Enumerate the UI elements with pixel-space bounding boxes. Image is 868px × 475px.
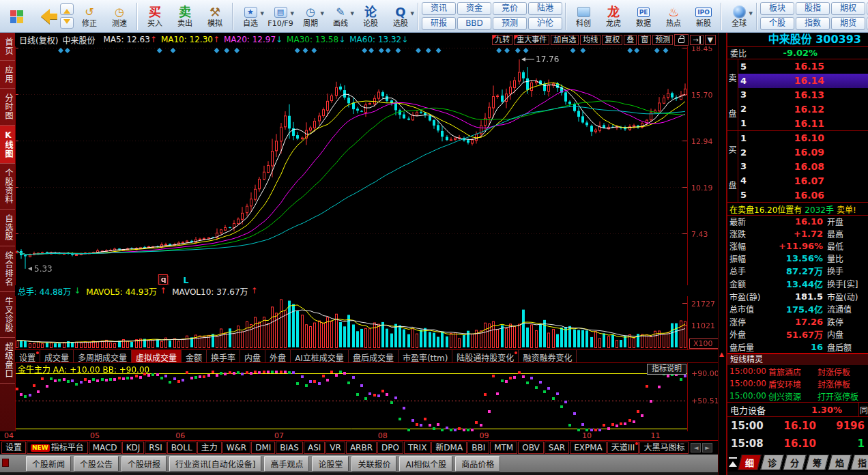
correct-button[interactable]: ↺修正 (75, 1, 104, 31)
vol-tab-内盘[interactable]: 内盘 (240, 350, 265, 362)
chart-tool-叠[interactable]: 叠 (624, 35, 637, 45)
ipo-button[interactable]: IPO新股 (689, 1, 718, 31)
vol-tab-市盈率(ttm)[interactable]: 市盈率(ttm) (399, 350, 452, 362)
forum-button[interactable]: 论论股 (356, 1, 385, 31)
stock-index-button[interactable]: 股指 (796, 2, 830, 15)
queue-row[interactable]: 516.15 (738, 59, 868, 74)
industry-row[interactable]: 电力设备 1.30% 同 (727, 402, 868, 417)
indicator-tab-指标平台[interactable]: NEW指标平台 (27, 442, 88, 454)
sidebar-tab-kline[interactable]: K线图 (0, 126, 15, 164)
down-arrow-button[interactable] (60, 17, 74, 29)
stock-picker-button[interactable]: Q选股▼ (386, 1, 415, 31)
sidebar-tab-home[interactable]: 首页 (0, 33, 15, 61)
indicator-tab-KDJ[interactable]: KDJ (122, 442, 145, 454)
back-button[interactable] (32, 1, 59, 31)
jump-last-button[interactable]: → (690, 35, 703, 45)
bottom-link-高手观点[interactable]: 高手观点 (264, 456, 309, 472)
rp-tab-分[interactable]: 分 (783, 455, 807, 470)
queue-row[interactable]: 516.06 (738, 188, 868, 202)
sidebar-tab-ranking[interactable]: 综合排名 (0, 246, 15, 292)
indicator-tab-设置[interactable]: 设置 (1, 442, 26, 454)
sidebar-tab-stock-info[interactable]: 个股资料 (0, 164, 15, 210)
rp-tab-细[interactable]: 细 (738, 455, 762, 470)
bottom-link-个股公告[interactable]: 个股公告 (74, 456, 119, 472)
sector-button[interactable]: 板块 (760, 2, 794, 15)
tabs-scroll-left-button[interactable]: ◄ (691, 443, 701, 452)
chart-tool-加自选[interactable]: 加自选 (551, 35, 579, 45)
bottom-link-AI相似个股[interactable]: AI相似个股 (399, 456, 452, 472)
vol-tab-外盘[interactable]: 外盘 (265, 350, 291, 362)
lock-button[interactable] (674, 34, 689, 46)
indicator-tab-VR[interactable]: VR (326, 442, 345, 454)
chart-tool-九转[interactable]: 九转 (492, 35, 512, 45)
futures-button[interactable]: 期货 (831, 17, 865, 30)
forecast-button[interactable]: 预测 (493, 17, 527, 30)
indicator-tab-W&R[interactable]: W&R (222, 442, 251, 454)
queue-row[interactable]: 316.08 (738, 160, 868, 174)
simulate-button[interactable]: ⚒模拟 (201, 1, 229, 31)
collapse-arrow-icon[interactable]: ▲ (719, 351, 724, 358)
nav-menu[interactable] (2, 1, 31, 31)
indicator-tab-新DMA[interactable]: 新DMA (431, 442, 467, 454)
hot-button[interactable]: ♨热点 (659, 1, 688, 31)
period-button[interactable]: ◷周期▼ (296, 1, 325, 31)
buy-button[interactable]: 买买入 (141, 1, 169, 31)
bbd-button[interactable]: BBD (457, 17, 491, 30)
indicator-tab-主力[interactable]: 主力 (197, 442, 222, 454)
rp-tab-指[interactable]: 指 (850, 455, 868, 470)
chart-tool-复权[interactable]: 复权 (602, 35, 622, 45)
queue-row[interactable]: 316.13 (738, 88, 868, 102)
bottom-link-个股研报[interactable]: 个股研报 (121, 456, 167, 472)
queue-row[interactable]: 116.10 (738, 131, 868, 145)
vol-tab-融资融券变化[interactable]: 融资融券变化 (519, 350, 577, 362)
queue-row[interactable]: 216.09 (738, 145, 868, 160)
vol-tab-虚拟成交量[interactable]: 虚拟成交量 (132, 350, 182, 362)
bottom-link-商品价格[interactable]: 商品价格 (455, 456, 500, 472)
bottom-link-个股新闻[interactable]: 个股新闻 (26, 456, 71, 472)
indicator-tab-OBV[interactable]: OBV (518, 442, 544, 454)
queue-row[interactable]: 116.11 (738, 116, 868, 130)
indicator-tab-SAR[interactable]: SAR (545, 442, 569, 454)
indicator-tab-MACD[interactable]: MACD (89, 442, 121, 454)
vol-tab-设置[interactable]: 设置 (15, 350, 40, 362)
indicator-tab-天道III[interactable]: 天道III (607, 442, 639, 454)
indicator-tab-ASI[interactable]: ASI (304, 442, 325, 454)
global-button[interactable]: 全球▼ (725, 1, 753, 31)
indicator-tab-ARBR[interactable]: ARBR (346, 442, 377, 454)
indicator-tab-MTM[interactable]: MTM (490, 442, 517, 454)
sidebar-tab-apps[interactable]: 应用 (0, 61, 15, 89)
sidebar-tab-super-level2[interactable]: 超级盘口 (0, 338, 15, 384)
bottom-link-行业资讯[自动化设备][interactable]: 行业资讯[自动化设备] (169, 456, 261, 472)
indicator-tab-TRIX[interactable]: TRIX (404, 442, 431, 454)
chart-tool-窗[interactable]: 窗 (638, 35, 651, 45)
chart-menu-caret[interactable]: ▼ (705, 35, 716, 45)
indicator-tab-大黑马图标[interactable]: 大黑马图标 (639, 442, 689, 454)
rp-tab-焰[interactable]: 焰 (828, 455, 852, 470)
research-button[interactable]: 研报 (422, 17, 456, 30)
alert-row[interactable]: 15:00:00创兴资源打开涨停板 (727, 390, 868, 402)
sidebar-tab-time-share[interactable]: 分时图 (0, 89, 15, 126)
vol-tab-金额[interactable]: 金额 (182, 350, 207, 362)
sidebar-tab-watchlist[interactable]: 自选股 (0, 210, 15, 246)
options-button[interactable]: 期权 (831, 2, 865, 15)
indices-button[interactable]: 指数 (796, 17, 830, 30)
f10-f9-button[interactable]: ▤F10/F9▼ (266, 1, 295, 31)
vol-tab-AI立桩成交量[interactable]: AI立桩成交量 (291, 350, 349, 362)
sidebar-tab-diagnose[interactable]: 牛叉诊股 (0, 292, 15, 338)
chart-tool-重大事件[interactable]: 重大事件 (514, 35, 549, 45)
alert-row[interactable]: 15:00:00首旅酒店封涨停板 (727, 365, 868, 377)
indicator-tab-DPO[interactable]: DPO (377, 442, 403, 454)
sell-button[interactable]: 卖卖出 (171, 1, 199, 31)
vol-tab-陆股通持股变化[interactable]: 陆股通持股变化 (452, 350, 519, 362)
kline-chart-canvas[interactable] (15, 46, 718, 286)
rp-tab-诊[interactable]: 诊 (760, 455, 784, 470)
indicator-tab-BBI[interactable]: BBI (467, 442, 489, 454)
queue-row[interactable]: 216.12 (738, 102, 868, 116)
indicator-tab-RSI[interactable]: RSI (145, 442, 167, 454)
watchlist-button[interactable]: ★自选▼ (236, 1, 265, 31)
alert-row[interactable]: 15:00:00盾安环境封涨停板 (727, 377, 868, 390)
bottom-link-关联报价[interactable]: 关联报价 (351, 456, 396, 472)
indicator-tab-BIAS[interactable]: BIAS (276, 442, 303, 454)
rp-tab-筹[interactable]: 筹 (805, 455, 829, 470)
lugang-button[interactable]: 陆港 (528, 2, 562, 15)
